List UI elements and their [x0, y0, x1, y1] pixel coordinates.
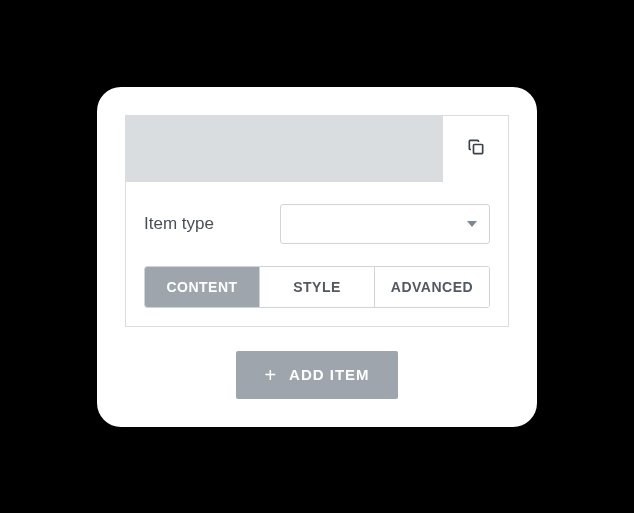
duplicate-button[interactable] — [442, 116, 508, 182]
settings-panel: Item type CONTENT STYLE ADVANCED + ADD I… — [97, 87, 537, 427]
tab-style[interactable]: STYLE — [259, 267, 374, 307]
add-item-row: + ADD ITEM — [125, 351, 509, 399]
plus-icon: + — [264, 365, 277, 385]
item-card: Item type CONTENT STYLE ADVANCED — [125, 115, 509, 327]
card-body: Item type CONTENT STYLE ADVANCED — [126, 182, 508, 326]
svg-rect-0 — [473, 144, 482, 153]
copy-icon — [466, 137, 486, 161]
tab-content[interactable]: CONTENT — [145, 267, 259, 307]
add-item-button[interactable]: + ADD ITEM — [236, 351, 397, 399]
tab-group: CONTENT STYLE ADVANCED — [144, 266, 490, 308]
item-type-select[interactable] — [280, 204, 490, 244]
tab-advanced[interactable]: ADVANCED — [374, 267, 489, 307]
add-item-label: ADD ITEM — [289, 366, 370, 383]
item-type-label: Item type — [144, 214, 214, 234]
chevron-down-icon — [467, 221, 477, 227]
card-header — [126, 116, 508, 182]
item-type-row: Item type — [144, 204, 490, 244]
